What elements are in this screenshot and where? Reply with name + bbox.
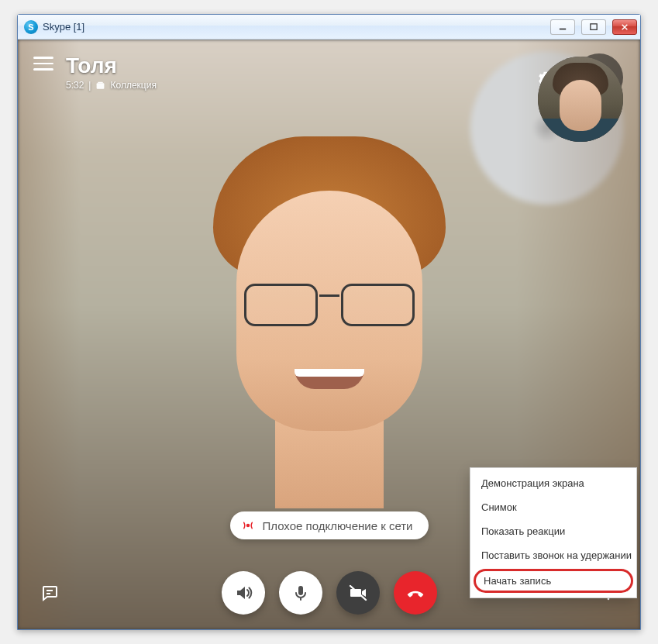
svg-rect-1	[591, 23, 597, 29]
collection-icon	[95, 81, 105, 91]
camera-off-button[interactable]	[336, 571, 380, 615]
call-duration: 5:32	[66, 80, 84, 91]
camera-off-icon	[349, 584, 367, 602]
signal-weak-icon	[240, 518, 254, 532]
minimize-icon	[559, 23, 567, 31]
meta-separator: |	[88, 80, 91, 91]
svg-rect-6	[298, 586, 303, 595]
chat-button[interactable]	[38, 581, 61, 604]
skype-icon-letter: S	[28, 22, 33, 32]
microphone-button[interactable]	[279, 571, 322, 615]
menu-item-show-reactions[interactable]: Показать реакции	[470, 519, 636, 543]
connection-message: Плохое подключение к сети	[262, 519, 412, 532]
close-button[interactable]	[612, 19, 637, 35]
close-x-icon	[621, 23, 629, 31]
speaker-button[interactable]	[222, 571, 265, 615]
maximize-button[interactable]	[581, 19, 606, 35]
remote-person	[190, 136, 469, 508]
contact-name: Толя	[66, 53, 157, 78]
chat-icon	[40, 584, 59, 602]
window-title: Skype [1]	[43, 21, 84, 33]
maximize-icon	[590, 23, 598, 31]
menu-item-snapshot[interactable]: Снимок	[470, 495, 636, 519]
self-video-pip[interactable]	[538, 57, 623, 142]
speaker-icon	[234, 584, 253, 602]
app-window: S Skype [1] Толя	[17, 14, 641, 630]
svg-rect-3	[98, 81, 104, 83]
titlebar: S Skype [1]	[18, 15, 640, 40]
collection-label[interactable]: Коллекция	[110, 80, 156, 91]
menu-item-screen-share[interactable]: Демонстрация экрана	[470, 471, 636, 495]
microphone-icon	[291, 584, 310, 602]
svg-rect-0	[560, 28, 566, 29]
svg-rect-2	[97, 83, 105, 89]
skype-icon: S	[24, 20, 38, 34]
connection-status-pill: Плохое подключение к сети	[229, 511, 428, 539]
end-call-icon	[406, 584, 425, 602]
svg-point-5	[246, 524, 250, 528]
call-meta: 5:32 | Коллекция	[66, 80, 157, 91]
call-info: Толя 5:32 | Коллекция	[66, 53, 157, 91]
call-area: Толя 5:32 | Коллекция	[18, 40, 640, 629]
menu-item-hold-call[interactable]: Поставить звонок на удержании	[470, 543, 636, 567]
hamburger-menu-button[interactable]	[33, 53, 53, 74]
end-call-button[interactable]	[394, 571, 437, 615]
more-options-menu: Демонстрация экрана Снимок Показать реак…	[470, 467, 637, 598]
menu-item-start-recording[interactable]: Начать запись	[474, 569, 633, 593]
minimize-button[interactable]	[550, 19, 575, 35]
